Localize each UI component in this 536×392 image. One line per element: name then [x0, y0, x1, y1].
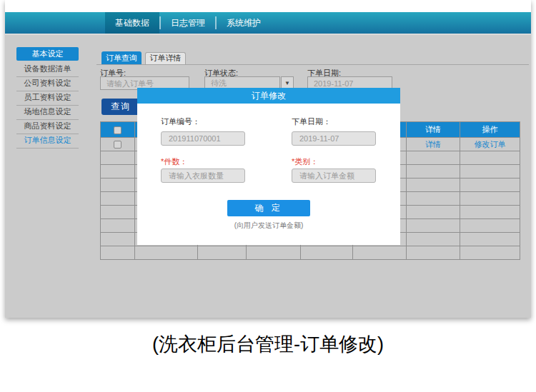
table-cell [101, 192, 135, 206]
row-checkbox-cell [101, 138, 135, 151]
table-cell [460, 206, 520, 219]
table-cell [460, 233, 520, 246]
modal-count-label: *件数： [161, 156, 187, 167]
modal-note: (向用户发送订单金额) [137, 221, 400, 231]
app-screenshot: 基础数据 日志管理 系统维护 基本设定 设备数据清单 公司资料设定 员工资料设定… [5, 0, 531, 318]
sidebar: 设备数据清单 公司资料设定 员工资料设定 场地信息设定 商品资料设定 订单信息设… [16, 63, 79, 149]
table-cell [407, 179, 460, 192]
select-all-checkbox[interactable] [114, 126, 121, 134]
table-cell [407, 192, 460, 206]
table-cell [301, 246, 353, 260]
browser-top-strip [5, 0, 531, 12]
header-checkbox-cell [101, 122, 135, 138]
sidebar-item-device-list[interactable]: 设备数据清单 [16, 63, 79, 77]
table-cell [460, 246, 520, 260]
top-nav: 基础数据 日志管理 系统维护 [5, 12, 531, 35]
modal-category-label: *类别： [292, 156, 318, 167]
modal-order-date-input [292, 131, 376, 146]
table-cell [460, 151, 520, 165]
sidebar-item-product-info[interactable]: 商品资料设定 [16, 120, 79, 134]
table-row [101, 246, 520, 260]
confirm-button[interactable]: 确 定 [227, 200, 310, 216]
table-cell [460, 165, 520, 179]
modal-order-id-input [161, 131, 245, 146]
table-cell [101, 233, 135, 246]
table-cell [101, 206, 135, 219]
search-button[interactable]: 查询 [101, 99, 140, 115]
table-cell [407, 165, 460, 179]
nav-tab-basic-data[interactable]: 基础数据 [105, 12, 159, 34]
sidebar-item-employee-info[interactable]: 员工资料设定 [16, 91, 79, 106]
table-cell: 修改订单 [460, 138, 520, 151]
page: 基础数据 日志管理 系统维护 基本设定 设备数据清单 公司资料设定 员工资料设定… [0, 0, 536, 392]
table-cell [101, 246, 135, 260]
table-cell [353, 246, 407, 260]
tab-order-query[interactable]: 订单查询 [101, 51, 142, 64]
table-cell [101, 165, 135, 179]
modal-count-input[interactable] [161, 169, 245, 183]
table-cell [135, 246, 198, 260]
table-cell: 详情 [407, 138, 460, 151]
row-checkbox[interactable] [114, 141, 121, 149]
table-cell [460, 179, 520, 192]
table-cell [101, 151, 135, 165]
sidebar-item-company-info[interactable]: 公司资料设定 [16, 77, 79, 91]
table-header-detail: 详情 [407, 122, 460, 138]
nav-tab-log-management[interactable]: 日志管理 [161, 12, 215, 34]
modify-order-link[interactable]: 修改订单 [475, 140, 506, 149]
table-cell [407, 233, 460, 246]
table-cell [460, 192, 520, 206]
table-cell [101, 219, 135, 233]
table-cell [407, 206, 460, 219]
nav-tab-system-maintenance[interactable]: 系统维护 [217, 12, 271, 34]
table-cell [198, 246, 247, 260]
table-cell [407, 246, 460, 260]
modal-order-date-label: 下单日期： [292, 116, 331, 127]
table-cell [247, 246, 301, 260]
modal-order-id-label: 订单编号： [161, 116, 200, 127]
table-cell [407, 151, 460, 165]
sidebar-item-site-info[interactable]: 场地信息设定 [16, 106, 79, 120]
modal-title: 订单修改 [137, 88, 400, 104]
order-modify-modal: 订单修改 订单编号： 下单日期： *件数： *类别： 确 定 (向用户发送订单金… [137, 88, 400, 245]
tab-order-detail[interactable]: 订单详情 [145, 52, 186, 64]
table-header-action: 操作 [460, 122, 520, 138]
figure-caption: (洗衣柜后台管理-订单修改) [0, 331, 536, 357]
modal-category-input[interactable] [292, 169, 376, 183]
detail-link[interactable]: 详情 [425, 140, 441, 149]
table-cell [460, 219, 520, 233]
table-cell [407, 219, 460, 233]
sidebar-item-order-info[interactable]: 订单信息设定 [16, 134, 79, 149]
table-cell [101, 179, 135, 192]
sidebar-item-basic-settings[interactable]: 基本设定 [16, 47, 79, 61]
tab-underline [96, 64, 529, 65]
